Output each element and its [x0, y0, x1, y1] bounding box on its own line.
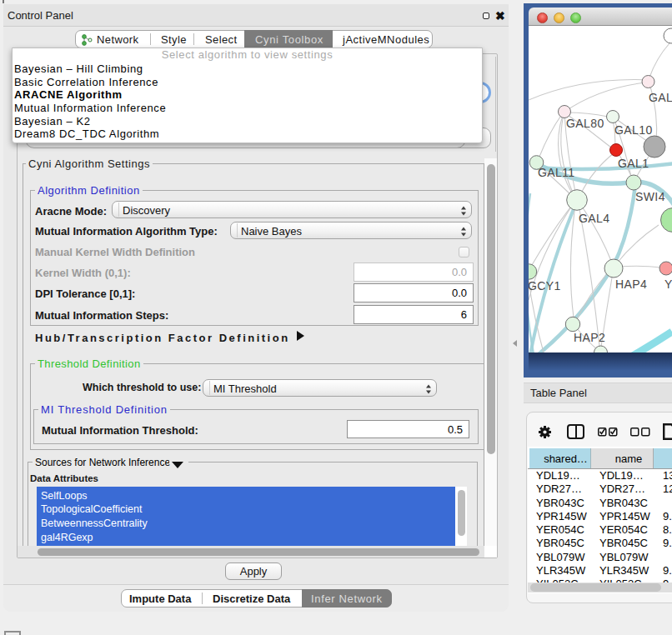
svg-text:SWI4: SWI4: [635, 190, 665, 203]
svg-text:GAL11: GAL11: [538, 166, 575, 179]
svg-text:GCY1: GCY1: [529, 279, 561, 292]
svg-text:GAL1: GAL1: [618, 157, 649, 170]
svg-text:HAP4: HAP4: [615, 278, 647, 291]
svg-text:GAL4: GAL4: [579, 212, 609, 225]
svg-text:GAL80: GAL80: [566, 117, 604, 130]
svg-text:YM: YM: [664, 278, 672, 291]
svg-text:GAL10: GAL10: [614, 123, 653, 137]
svg-text:GAL7: GAL7: [649, 91, 672, 104]
svg-text:HAP2: HAP2: [574, 331, 605, 344]
